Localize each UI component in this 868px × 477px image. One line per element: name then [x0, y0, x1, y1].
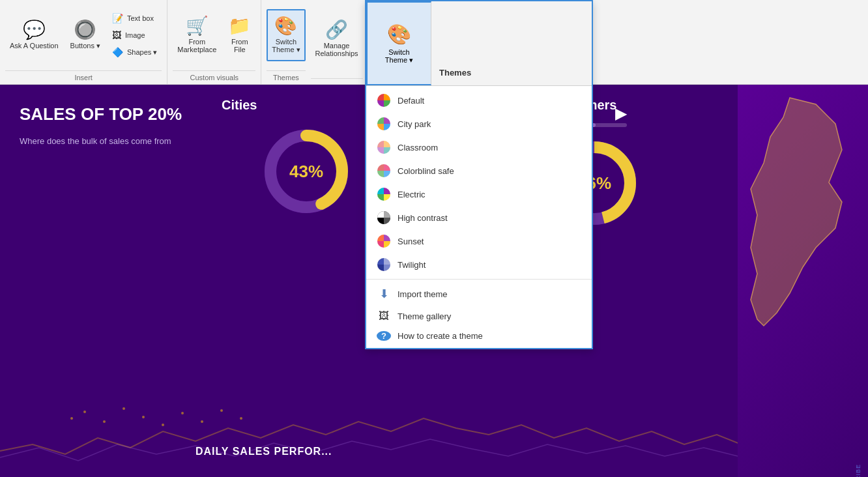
- theme-default-label: Default: [398, 96, 424, 106]
- theme-twilight[interactable]: Twilight: [366, 253, 592, 276]
- theme-classroom-label: Classroom: [398, 143, 438, 152]
- buttons-icon: 🔘: [74, 21, 96, 39]
- from-file-icon: 📁: [228, 17, 251, 35]
- theme-sunset[interactable]: Sunset: [366, 229, 592, 253]
- image-button[interactable]: 🖼 Image: [108, 27, 162, 43]
- toolbar-group-custom-visuals: 🛒 FromMarketplace 📁 FromFile Custom visu…: [167, 0, 261, 84]
- how-to-create-item[interactable]: ? How to create a theme: [366, 326, 592, 345]
- twilight-icon: [377, 257, 391, 272]
- theme-high-contrast[interactable]: High contrast: [366, 206, 592, 229]
- insert-label: Insert: [5, 70, 162, 84]
- switch-theme-label: SwitchTheme ▾: [272, 38, 300, 54]
- themes-group-label: Themes: [267, 70, 305, 84]
- toolbar-group-relationships: 🔗 ManageRelationships: [306, 0, 369, 84]
- theme-twilight-label: Twilight: [398, 260, 426, 270]
- relationships-items: 🔗 ManageRelationships: [311, 3, 363, 76]
- switch-theme-icon: 🎨: [274, 17, 297, 35]
- how-to-create-label: How to create a theme: [398, 331, 483, 341]
- theme-high-contrast-label: High contrast: [398, 213, 448, 223]
- theme-gallery-label: Theme gallery: [398, 311, 451, 321]
- themes-label-section: Themes: [431, 1, 592, 85]
- switch-theme-header-label: SwitchTheme ▾: [385, 48, 413, 65]
- image-icon: 🖼: [112, 30, 121, 40]
- subscribe-label: SUBSCRIBE: [855, 464, 861, 477]
- cities-donut-chart: 43%: [261, 126, 352, 217]
- custom-visuals-items: 🛒 FromMarketplace 📁 FromFile: [173, 3, 255, 68]
- toolbar-group-insert: 💬 Ask A Question 🔘 Buttons ▾ 📝 Text box …: [0, 0, 167, 84]
- relationships-label: ManageRelationships: [315, 42, 358, 57]
- marketplace-icon: 🛒: [186, 17, 209, 35]
- high-contrast-icon: [377, 210, 391, 225]
- theme-electric[interactable]: Electric: [366, 182, 592, 206]
- colorblind-safe-icon: [377, 164, 391, 178]
- electric-icon: [377, 187, 391, 201]
- text-box-icon: 📝: [112, 13, 123, 23]
- import-theme-icon: ⬇: [377, 287, 391, 301]
- theme-colorblind-safe[interactable]: Colorblind safe: [366, 159, 592, 182]
- shapes-icon: 🔷: [112, 47, 123, 57]
- shapes-label: Shapes ▾: [127, 48, 157, 57]
- theme-items: 🎨 SwitchTheme ▾: [267, 3, 305, 68]
- image-label: Image: [125, 31, 145, 39]
- default-theme-icon: [377, 93, 391, 108]
- relationships-label: [311, 78, 363, 84]
- dropdown-items-list: Default City park Classroom: [366, 86, 592, 348]
- ask-question-label: Ask A Question: [10, 42, 59, 50]
- text-box-button[interactable]: 📝 Text box: [108, 10, 162, 26]
- insert-items: 💬 Ask A Question 🔘 Buttons ▾ 📝 Text box …: [5, 3, 162, 68]
- themes-section-title: Themes: [439, 65, 584, 80]
- sunset-icon: [377, 234, 391, 248]
- theme-city-park-label: City park: [398, 119, 431, 129]
- from-file-label: FromFile: [231, 38, 248, 53]
- switch-theme-header-btn[interactable]: 🎨 SwitchTheme ▾: [366, 1, 431, 85]
- how-to-create-icon: ?: [377, 331, 391, 341]
- small-insert-btns: 📝 Text box 🖼 Image 🔷 Shapes ▾: [108, 10, 162, 60]
- cursor-pointer: ▶: [615, 104, 627, 123]
- ask-question-icon: 💬: [23, 21, 46, 39]
- manage-relationships-button[interactable]: 🔗 ManageRelationships: [311, 13, 363, 65]
- theme-default[interactable]: Default: [366, 89, 592, 112]
- ask-question-button[interactable]: 💬 Ask A Question: [5, 9, 63, 61]
- shapes-button[interactable]: 🔷 Shapes ▾: [108, 44, 162, 60]
- map-svg: [738, 85, 868, 345]
- marketplace-label: FromMarketplace: [177, 38, 216, 53]
- theme-gallery-icon: 🖼: [377, 310, 391, 322]
- custom-visuals-label: Custom visuals: [173, 70, 255, 84]
- toolbar-group-theme: 🎨 SwitchTheme ▾ Themes: [261, 0, 305, 84]
- map-area: SUBSCRIBE: [738, 85, 868, 477]
- relationships-icon: 🔗: [325, 21, 348, 39]
- dropdown-header: 🎨 SwitchTheme ▾ Themes: [366, 1, 592, 86]
- import-theme-label: Import theme: [398, 289, 448, 299]
- buttons-button[interactable]: 🔘 Buttons ▾: [66, 9, 105, 61]
- text-box-label: Text box: [127, 14, 154, 22]
- sales-title: SALES OF TOP 20%: [20, 104, 189, 124]
- themes-dropdown: 🎨 SwitchTheme ▾ Themes Default: [365, 0, 593, 349]
- theme-sunset-label: Sunset: [398, 237, 424, 246]
- theme-electric-label: Electric: [398, 190, 426, 199]
- theme-classroom[interactable]: Classroom: [366, 136, 592, 159]
- cities-percent: 43%: [289, 162, 323, 182]
- from-marketplace-button[interactable]: 🛒 FromMarketplace: [173, 9, 221, 61]
- switch-theme-button[interactable]: 🎨 SwitchTheme ▾: [267, 9, 305, 61]
- theme-gallery-item[interactable]: 🖼 Theme gallery: [366, 306, 592, 326]
- theme-city-park[interactable]: City park: [366, 112, 592, 136]
- classroom-icon: [377, 140, 391, 154]
- theme-colorblind-safe-label: Colorblind safe: [398, 166, 454, 176]
- city-park-icon: [377, 117, 391, 131]
- sales-desc: Where does the bulk of sales come from: [20, 135, 189, 148]
- import-theme-item[interactable]: ⬇ Import theme: [366, 282, 592, 306]
- dropdown-divider-1: [366, 279, 592, 280]
- buttons-label: Buttons ▾: [70, 42, 100, 50]
- from-file-button[interactable]: 📁 FromFile: [224, 9, 255, 61]
- switch-theme-header-icon: 🎨: [387, 23, 411, 46]
